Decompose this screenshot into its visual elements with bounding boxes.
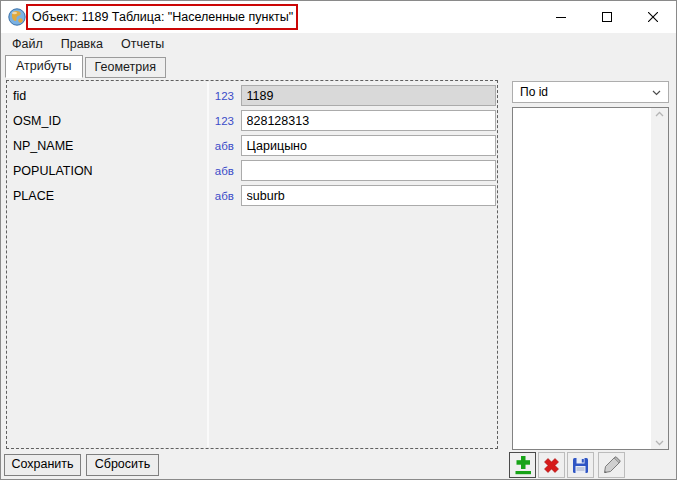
attribute-type-badge: 123 [215, 90, 241, 102]
maximize-button[interactable] [584, 1, 630, 32]
attribute-row-place: PLACE абв [8, 183, 496, 208]
scroll-down-icon[interactable] [655, 440, 664, 446]
scroll-up-icon[interactable] [655, 111, 664, 117]
attribute-name: OSM_ID [8, 114, 209, 128]
attribute-type-badge: абв [215, 190, 241, 202]
menu-reports[interactable]: Отчеты [112, 34, 173, 54]
attribute-row-osm-id: OSM_ID 123 [8, 108, 496, 133]
attribute-row-fid: fid 123 [8, 83, 496, 108]
attribute-value-input[interactable] [241, 85, 496, 106]
add-object-button[interactable] [509, 452, 536, 478]
edit-object-button[interactable] [598, 452, 625, 478]
reset-button[interactable]: Сбросить [86, 454, 159, 476]
save-button[interactable]: Сохранить [4, 454, 81, 476]
sort-dropdown-value: По id [520, 85, 548, 99]
attributes-form-panel: fid 123 OSM_ID 123 NP_NAME абв POPULATIO… [6, 80, 498, 449]
menu-bar: Файл Правка Отчеты [1, 33, 676, 55]
tab-strip: Атрибуты Геометрия [5, 56, 168, 78]
maximize-icon [602, 12, 612, 22]
chevron-down-icon [652, 90, 661, 96]
attribute-name: PLACE [8, 189, 209, 203]
attribute-value-input[interactable] [241, 160, 496, 181]
listbox-scrollbar[interactable] [651, 108, 668, 449]
tab-geometry[interactable]: Геометрия [85, 57, 166, 78]
red-x-icon [541, 455, 562, 476]
window-controls [538, 1, 676, 32]
attribute-row-population: POPULATION абв [8, 158, 496, 183]
attribute-name: fid [8, 89, 209, 103]
minimize-button[interactable] [538, 1, 584, 32]
title-bar: Объект: 1189 Таблица: "Населенные пункты… [1, 1, 676, 33]
attribute-value-input[interactable] [241, 135, 496, 156]
attribute-row-np-name: NP_NAME абв [8, 133, 496, 158]
attribute-value-input[interactable] [241, 110, 496, 131]
globe-icon [8, 8, 26, 26]
objects-listbox[interactable] [512, 107, 669, 450]
tab-attributes[interactable]: Атрибуты [5, 55, 83, 78]
app-window: Объект: 1189 Таблица: "Населенные пункты… [0, 0, 677, 480]
save-object-button[interactable] [567, 452, 594, 478]
title-highlight-box: Объект: 1189 Таблица: "Населенные пункты… [26, 4, 298, 30]
close-button[interactable] [630, 1, 676, 32]
attribute-name: POPULATION [8, 164, 209, 178]
attribute-name: NP_NAME [8, 139, 209, 153]
attribute-type-badge: абв [215, 165, 241, 177]
attribute-type-badge: абв [215, 140, 241, 152]
menu-edit[interactable]: Правка [52, 34, 112, 54]
attribute-rows: fid 123 OSM_ID 123 NP_NAME абв POPULATIO… [8, 83, 496, 208]
attribute-type-badge: 123 [215, 115, 241, 127]
window-title: Объект: 1189 Таблица: "Населенные пункты… [28, 10, 293, 24]
attribute-value-input[interactable] [241, 185, 496, 206]
delete-object-button[interactable] [538, 452, 565, 478]
minimize-icon [556, 12, 566, 22]
close-icon [648, 12, 658, 22]
pencil-icon [602, 455, 622, 475]
green-plus-icon [513, 455, 533, 476]
menu-file[interactable]: Файл [3, 34, 52, 54]
floppy-disk-icon [571, 456, 590, 475]
sort-dropdown[interactable]: По id [512, 81, 669, 103]
